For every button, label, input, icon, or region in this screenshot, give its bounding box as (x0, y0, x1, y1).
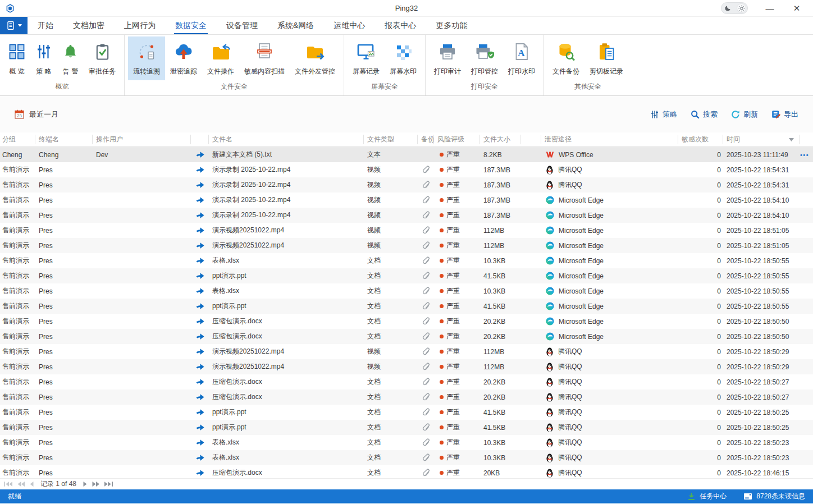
cell-arrow[interactable] (191, 348, 209, 355)
table-row[interactable]: 售前演示Pres演示录制 2025-10-22.mp4视频严重187.3MBMi… (0, 208, 813, 223)
cell-arrow[interactable] (191, 227, 209, 234)
cell-arrow[interactable] (191, 181, 209, 189)
table-row[interactable]: 售前演示Pres压缩包演示.docx文档严重20.2KBMicrosoft Ed… (0, 314, 813, 329)
tab-2[interactable]: 文档加密 (73, 17, 104, 34)
table-row[interactable]: 售前演示Pres表格.xlsx文档严重10.3KB腾讯QQ02025-10-22… (0, 435, 813, 450)
cell-arrow[interactable] (191, 378, 209, 386)
theme-toggle[interactable] (721, 2, 748, 14)
unread-messages-button[interactable]: 8728条未读信息 (743, 492, 805, 501)
cell-arrow[interactable] (191, 424, 209, 431)
ribbon-tool[interactable]: 打印审计 (429, 36, 466, 80)
table-row[interactable]: 售前演示Pres演示视频20251022.mp4视频严重112MB腾讯QQ020… (0, 344, 813, 359)
main-menu-button[interactable] (0, 17, 28, 34)
tab-4[interactable]: 数据安全 (175, 17, 207, 34)
table-row[interactable]: 售前演示Pres表格.xlsx文档严重10.3KBMicrosoft Edge0… (0, 253, 813, 268)
ribbon-tool[interactable]: A打印水印 (503, 36, 540, 80)
first-page-button[interactable] (4, 482, 12, 487)
cell-arrow[interactable] (191, 272, 209, 280)
ribbon-tool[interactable]: 泄密追踪 (165, 36, 202, 80)
task-center-button[interactable]: 任务中心 (687, 492, 727, 501)
cell-arrow[interactable] (191, 151, 209, 158)
column-header-size[interactable]: 文件大小 (480, 135, 520, 144)
cell-arrow[interactable] (191, 303, 209, 310)
column-header-risk[interactable]: 风险评级 (434, 135, 480, 144)
tab-8[interactable]: 报表中心 (385, 17, 416, 34)
sort-caret-icon[interactable] (789, 138, 794, 141)
ribbon-tool[interactable]: 策 略 (30, 36, 57, 80)
column-header-terminal[interactable]: 终端名 (35, 135, 93, 144)
column-header-file[interactable]: 文件名 (209, 135, 364, 144)
next-group-button[interactable] (92, 482, 99, 487)
ribbon-tool[interactable]: 敏感内容扫描 (239, 36, 290, 80)
cell-arrow[interactable] (191, 409, 209, 416)
table-row[interactable]: 售前演示Pres压缩包演示.docx文档严重20.2KBMicrosoft Ed… (0, 329, 813, 344)
table-row[interactable]: 售前演示Pres压缩包演示.docx文档严重20.2KB腾讯QQ02025-10… (0, 390, 813, 405)
close-button[interactable]: ✕ (792, 3, 802, 13)
column-header-user[interactable]: 操作用户 (93, 135, 191, 144)
last-page-button[interactable] (104, 482, 113, 487)
tab-7[interactable]: 运维中心 (334, 17, 365, 34)
cell-arrow[interactable] (191, 393, 209, 401)
prev-page-button[interactable] (30, 482, 34, 487)
cell-arrow[interactable] (191, 166, 209, 173)
table-row[interactable]: 售前演示Pres演示视频20251022.mp4视频严重112MB腾讯QQ020… (0, 359, 813, 374)
date-range-filter[interactable]: 23 最近一月 (15, 109, 58, 120)
cell-arrow[interactable] (191, 439, 209, 446)
tab-3[interactable]: 上网行为 (124, 17, 156, 34)
ribbon-tool[interactable]: 剪切板记录 (584, 36, 628, 80)
ribbon-tool[interactable]: 文件外发管控 (290, 36, 340, 80)
table-row[interactable]: 售前演示Pres演示录制 2025-10-22.mp4视频严重187.3MB腾讯… (0, 162, 813, 177)
cell-arrow[interactable] (191, 469, 209, 476)
prev-group-button[interactable] (17, 482, 25, 487)
column-header-actions[interactable] (800, 135, 813, 144)
导出-action[interactable]: 导出 (771, 109, 798, 120)
table-row[interactable]: 售前演示Presppt演示.ppt文档严重41.5KBMicrosoft Edg… (0, 268, 813, 283)
ribbon-tool[interactable]: 审批任务 (84, 36, 121, 80)
策略-action[interactable]: 策略 (650, 109, 677, 120)
table-row[interactable]: 售前演示Pres压缩包演示.docx文档严重20.2KB腾讯QQ02025-10… (0, 374, 813, 390)
table-row[interactable]: ChengChengDev新建文本文档 (5).txt文本严重8.2KBWPS … (0, 147, 813, 162)
ribbon-tool[interactable]: 告 警 (57, 36, 84, 80)
cell-arrow[interactable] (191, 242, 209, 249)
tab-6[interactable]: 系统&网络 (277, 17, 314, 34)
table-row[interactable]: 售前演示Pres表格.xlsx文档严重10.3KBMicrosoft Edge0… (0, 283, 813, 299)
tab-1[interactable]: 开始 (38, 17, 53, 34)
搜索-action[interactable]: 搜索 (691, 109, 718, 120)
next-page-button[interactable] (83, 482, 87, 487)
column-header-channel[interactable]: 泄密途径 (541, 135, 678, 144)
table-row[interactable]: 售前演示Pres演示录制 2025-10-22.mp4视频严重187.3MBMi… (0, 193, 813, 208)
column-header-time[interactable]: 时间 (723, 135, 800, 144)
ribbon-tool[interactable]: 流转追溯 (128, 36, 165, 80)
刷新-action[interactable]: 刷新 (731, 109, 758, 120)
column-header-count[interactable]: 敏感次数 (678, 135, 723, 144)
tab-9[interactable]: 更多功能 (436, 17, 467, 34)
table-row[interactable]: 售前演示Presppt演示.ppt文档严重41.5KB腾讯QQ02025-10-… (0, 405, 813, 420)
table-row[interactable]: 售前演示Presppt演示.ppt文档严重41.5KB腾讯QQ02025-10-… (0, 420, 813, 435)
column-header-arrow[interactable] (191, 135, 209, 144)
cell-arrow[interactable] (191, 212, 209, 219)
ribbon-tool[interactable]: 屏幕水印 (385, 36, 422, 80)
column-header-gap[interactable] (520, 135, 541, 144)
ribbon-tool[interactable]: 文件备份 (547, 36, 584, 80)
cell-arrow[interactable] (191, 318, 209, 325)
cell-arrow[interactable] (191, 333, 209, 340)
table-row[interactable]: 售前演示Pres表格.xlsx文档严重10.3KB腾讯QQ02025-10-22… (0, 450, 813, 465)
ribbon-tool[interactable]: 屏幕记录 (348, 36, 385, 80)
column-header-type[interactable]: 文件类型 (364, 135, 418, 144)
minimize-button[interactable]: — (765, 3, 775, 13)
ribbon-tool[interactable]: 概 览 (3, 36, 30, 80)
table-row[interactable]: 售前演示Pres演示录制 2025-10-22.mp4视频严重187.3MB腾讯… (0, 177, 813, 193)
table-row[interactable]: 售前演示Presppt演示.ppt文档严重41.5KBMicrosoft Edg… (0, 299, 813, 314)
cell-arrow[interactable] (191, 454, 209, 461)
table-row[interactable]: 售前演示Pres压缩包演示.docx文档严重20KB腾讯QQ02025-10-2… (0, 465, 813, 478)
column-header-backup[interactable]: 备份 (418, 135, 434, 144)
tab-5[interactable]: 设备管理 (226, 17, 258, 34)
ribbon-tool[interactable]: 打印管控 (466, 36, 503, 80)
column-header-group[interactable]: 分组 (0, 135, 35, 144)
cell-arrow[interactable] (191, 257, 209, 264)
cell-arrow[interactable] (191, 363, 209, 370)
table-row[interactable]: 售前演示Pres演示视频20251022.mp4视频严重112MBMicroso… (0, 223, 813, 238)
cell-arrow[interactable] (191, 196, 209, 204)
ribbon-tool[interactable]: 文件操作 (202, 36, 239, 80)
row-actions-button[interactable]: ••• (800, 152, 813, 158)
